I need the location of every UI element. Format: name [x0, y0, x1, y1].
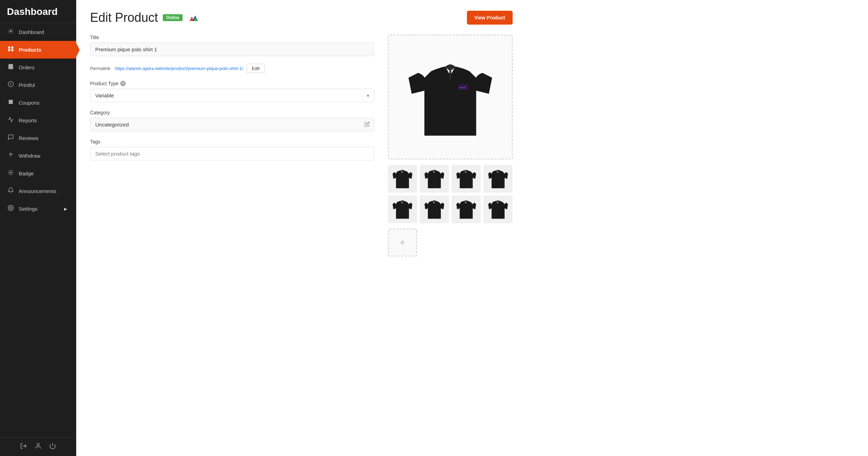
tags-group: Tags: [90, 139, 374, 160]
title-label: Title: [90, 35, 374, 40]
svg-text:BRAND: BRAND: [459, 87, 466, 89]
page-header: Edit Product Online View Product: [90, 10, 513, 25]
category-group: Category: [90, 110, 374, 131]
reports-icon: [7, 116, 15, 124]
svg-point-7: [10, 172, 12, 174]
sidebar-item-label: Announcements: [19, 188, 56, 194]
form-product: Title Permalink: https://alamin.ajaira.w…: [90, 35, 513, 256]
page-title: Edit Product: [90, 10, 158, 25]
page-header-left: Edit Product Online: [90, 10, 198, 25]
reviews-icon: [7, 134, 15, 142]
permalink-row: Permalink: https://alamin.ajaira.website…: [90, 64, 374, 73]
badge-icon: [7, 169, 15, 177]
svg-rect-1: [8, 46, 10, 49]
thumbnail-4[interactable]: [484, 165, 513, 193]
product-type-select[interactable]: Variable Simple Grouped External/Affilia…: [90, 89, 374, 102]
dashboard-icon: [7, 28, 15, 36]
product-type-group: Product Type ? Variable Simple Grouped E…: [90, 81, 374, 102]
thumbnail-2[interactable]: [420, 165, 449, 193]
sidebar-nav: Dashboard Products Orders Printful Coupo…: [0, 23, 76, 437]
sidebar-item-label: Settings: [19, 206, 37, 212]
category-wrapper: [90, 118, 374, 131]
form-left: Title Permalink: https://alamin.ajaira.w…: [90, 35, 374, 168]
sidebar-item-label: Badge: [19, 170, 34, 176]
tags-label: Tags: [90, 139, 374, 144]
title-group: Title: [90, 35, 374, 56]
svg-point-10: [37, 444, 39, 446]
sidebar-item-dashboard[interactable]: Dashboard: [0, 23, 76, 41]
app-title: Dashboard: [7, 6, 69, 17]
form-right: BRAND: [388, 35, 513, 256]
thumbnail-3[interactable]: [452, 165, 481, 193]
sidebar-item-products[interactable]: Products: [0, 41, 76, 59]
status-badge: Online: [163, 14, 183, 21]
permalink-label: Permalink:: [90, 66, 111, 71]
sidebar-item-withdraw[interactable]: Withdraw: [0, 147, 76, 165]
sidebar-item-reviews[interactable]: Reviews: [0, 129, 76, 147]
settings-icon: [7, 205, 15, 213]
sidebar-footer: [0, 437, 76, 456]
coupons-icon: [7, 99, 15, 107]
tags-input[interactable]: [90, 147, 374, 160]
printful-icon: [7, 81, 15, 89]
sidebar: Dashboard Dashboard Products Orders Prin…: [0, 0, 76, 456]
product-type-help-icon[interactable]: ?: [120, 81, 126, 86]
svg-point-8: [10, 207, 12, 209]
products-icon: [7, 46, 15, 54]
thumbnail-1[interactable]: [388, 165, 417, 193]
sidebar-item-printful[interactable]: Printful: [0, 76, 76, 94]
sidebar-header: Dashboard: [0, 0, 76, 23]
thumbnail-5[interactable]: [388, 195, 417, 223]
title-input[interactable]: [90, 43, 374, 56]
thumbnail-6[interactable]: [420, 195, 449, 223]
sidebar-item-label: Reviews: [19, 135, 38, 141]
svg-point-16: [450, 71, 451, 73]
sidebar-item-label: Products: [19, 47, 41, 53]
user-icon[interactable]: [35, 442, 42, 451]
category-label: Category: [90, 110, 374, 115]
sidebar-item-label: Coupons: [19, 100, 39, 106]
main-content: Edit Product Online View Product Title: [76, 0, 868, 456]
withdraw-icon: [7, 152, 15, 160]
add-image-button[interactable]: +: [388, 229, 417, 256]
view-product-button[interactable]: View Product: [467, 11, 513, 25]
sidebar-item-label: Reports: [19, 117, 37, 123]
sidebar-item-reports[interactable]: Reports: [0, 112, 76, 129]
svg-rect-2: [11, 46, 14, 49]
thumbnail-7[interactable]: [452, 195, 481, 223]
thumbnails-grid: [388, 165, 513, 223]
sidebar-item-label: Orders: [19, 64, 35, 70]
logout-icon[interactable]: [20, 442, 27, 451]
product-type-select-wrapper: Variable Simple Grouped External/Affilia…: [90, 89, 374, 102]
product-image-main[interactable]: BRAND: [388, 35, 513, 159]
svg-point-17: [450, 74, 451, 75]
product-type-label: Product Type ?: [90, 81, 374, 86]
sidebar-item-settings[interactable]: Settings ▶: [0, 200, 76, 218]
power-icon[interactable]: [49, 442, 56, 451]
sidebar-item-label: Printful: [19, 82, 35, 88]
thumbnail-8[interactable]: [484, 195, 513, 223]
sidebar-item-badge[interactable]: Badge: [0, 165, 76, 182]
settings-arrow-icon: ▶: [62, 207, 69, 211]
orders-icon: [7, 63, 15, 71]
announcements-icon: [7, 187, 15, 195]
edit-permalink-button[interactable]: Edit: [247, 64, 265, 73]
svg-rect-4: [11, 49, 14, 51]
sidebar-item-coupons[interactable]: Coupons: [0, 94, 76, 112]
category-edit-icon[interactable]: [364, 121, 370, 128]
sidebar-item-orders[interactable]: Orders: [0, 59, 76, 76]
svg-rect-3: [8, 49, 10, 51]
svg-point-0: [10, 30, 12, 32]
svg-point-18: [450, 77, 451, 78]
polo-shirt-main-image: BRAND: [405, 49, 495, 146]
category-input[interactable]: [90, 118, 374, 131]
sidebar-item-announcements[interactable]: Announcements: [0, 182, 76, 200]
sidebar-item-label: Dashboard: [19, 29, 44, 35]
mountain-logo-icon: [187, 14, 198, 22]
permalink-url[interactable]: https://alamin.ajaira.website/product/pr…: [115, 66, 243, 71]
sidebar-item-label: Withdraw: [19, 153, 41, 159]
